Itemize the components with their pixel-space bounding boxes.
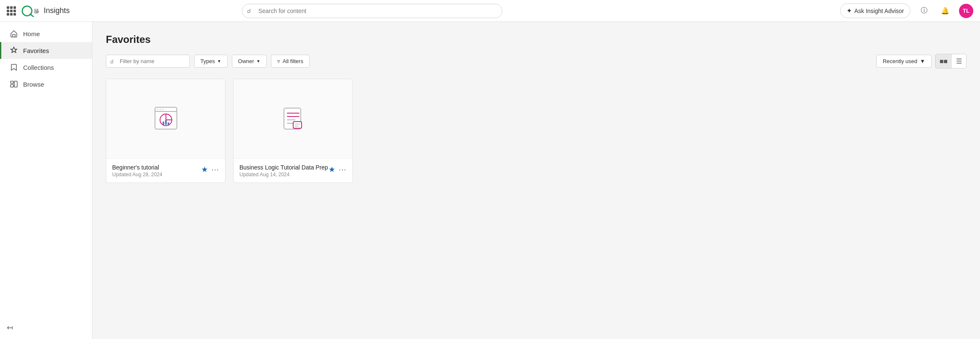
toolbar-right: Recently used ▼ ■■ ☰	[876, 54, 967, 69]
list-view-button[interactable]: ☰	[952, 54, 966, 68]
svg-rect-9	[163, 122, 164, 125]
svg-line-1	[30, 14, 34, 17]
topnav-right: ✦ Ask Insight Advisor ⓘ 🔔 TL	[840, 3, 973, 18]
svg-point-14	[162, 109, 164, 110]
sidebar-item-collections[interactable]: Collections	[0, 59, 92, 76]
sort-label: Recently used	[883, 58, 917, 64]
svg-text:lik: lik	[34, 8, 39, 14]
sidebar-item-favorites[interactable]: Favorites	[0, 42, 92, 59]
sort-button[interactable]: Recently used ▼	[876, 55, 931, 68]
svg-rect-11	[168, 122, 169, 125]
owner-chevron-icon: ▼	[256, 59, 260, 64]
card-title-1: Beginner's tutorial	[112, 164, 162, 171]
insight-advisor-label: Ask Insight Advisor	[854, 8, 904, 14]
bookmark-icon	[10, 63, 18, 72]
card-actions-1: ★ ⋯	[201, 165, 219, 174]
home-icon	[10, 29, 18, 38]
cards-grid: Beginner's tutorial Updated Aug 28, 2024…	[106, 79, 967, 183]
all-filters-label: All filters	[283, 58, 303, 64]
card-business-logic[interactable]: Business Logic Tutorial Data Prep Update…	[233, 79, 353, 183]
sparkle-icon: ✦	[846, 7, 852, 15]
page-title: Favorites	[106, 34, 967, 45]
sidebar-collapse-button[interactable]: ↤	[7, 323, 13, 332]
svg-rect-3	[11, 81, 13, 83]
card-date-1: Updated Aug 28, 2024	[112, 172, 162, 177]
search-input[interactable]	[242, 4, 502, 18]
types-filter-button[interactable]: Types ▼	[194, 55, 228, 68]
sidebar-favorites-label: Favorites	[23, 47, 49, 54]
notifications-button[interactable]: 🔔	[938, 4, 952, 18]
card-info-2: Business Logic Tutorial Data Prep Update…	[234, 159, 352, 183]
topnav-left: lik Insights	[7, 5, 70, 17]
browse-icon	[10, 80, 18, 88]
list-view-icon: ☰	[956, 57, 962, 65]
search-icon: ☌	[247, 8, 251, 14]
sidebar: Home Favorites Collections	[0, 22, 92, 339]
help-button[interactable]: ⓘ	[917, 4, 931, 18]
grid-view-button[interactable]: ■■	[935, 54, 952, 68]
owner-filter-button[interactable]: Owner ▼	[232, 55, 267, 68]
sort-chevron-icon: ▼	[920, 58, 925, 64]
sidebar-collections-label: Collections	[23, 64, 54, 71]
card-info-1: Beginner's tutorial Updated Aug 28, 2024…	[106, 159, 225, 183]
bell-icon: 🔔	[941, 7, 949, 15]
card-text-2: Business Logic Tutorial Data Prep Update…	[239, 164, 328, 177]
filter-search-icon: ☌	[110, 58, 114, 64]
question-circle-icon: ⓘ	[921, 6, 927, 15]
favorite-star-2[interactable]: ★	[328, 165, 335, 174]
avatar-initials: TL	[963, 8, 969, 14]
top-navigation: lik Insights ☌ ✦ Ask Insight Advisor ⓘ 🔔…	[0, 0, 980, 22]
filter-funnel-icon: ▿	[277, 58, 280, 64]
card-thumbnail-1	[106, 79, 225, 159]
sidebar-browse-label: Browse	[23, 81, 44, 88]
user-avatar[interactable]: TL	[959, 4, 973, 18]
favorite-star-1[interactable]: ★	[201, 165, 208, 174]
grid-view-icon: ■■	[940, 58, 948, 65]
svg-point-12	[157, 109, 159, 110]
types-chevron-icon: ▼	[217, 59, 221, 64]
svg-rect-4	[11, 85, 13, 87]
app-title: Insights	[44, 6, 70, 15]
all-filters-button[interactable]: ▿ All filters	[271, 55, 310, 68]
qlik-logo[interactable]: lik	[21, 5, 39, 17]
ask-insight-advisor-button[interactable]: ✦ Ask Insight Advisor	[840, 3, 910, 18]
owner-label: Owner	[238, 58, 254, 64]
card-text-1: Beginner's tutorial Updated Aug 28, 2024	[112, 164, 162, 177]
svg-rect-16	[293, 122, 302, 128]
view-toggle: ■■ ☰	[935, 54, 967, 69]
search-bar: ☌	[242, 4, 502, 18]
collapse-icon: ↤	[7, 323, 13, 332]
card-title-2: Business Logic Tutorial Data Prep	[239, 164, 328, 171]
sidebar-item-browse[interactable]: Browse	[0, 76, 92, 93]
svg-rect-5	[14, 81, 17, 87]
sidebar-item-home[interactable]: Home	[0, 25, 92, 42]
main-content: Favorites ☌ Types ▼ Owner ▼ ▿ All filter…	[92, 22, 980, 339]
filter-input-wrap: ☌	[106, 55, 190, 68]
card-thumbnail-2	[234, 79, 352, 159]
sidebar-home-label: Home	[23, 30, 40, 37]
svg-point-13	[160, 109, 161, 110]
toolbar: ☌ Types ▼ Owner ▼ ▿ All filters Recently…	[106, 54, 967, 69]
main-layout: Home Favorites Collections	[0, 22, 980, 339]
apps-grid-icon[interactable]	[7, 6, 16, 16]
card-date-2: Updated Aug 14, 2024	[239, 172, 328, 177]
card-beginners-tutorial[interactable]: Beginner's tutorial Updated Aug 28, 2024…	[106, 79, 226, 183]
types-label: Types	[200, 58, 215, 64]
star-icon	[10, 46, 18, 55]
more-options-1[interactable]: ⋯	[211, 165, 219, 174]
filter-by-name-input[interactable]	[106, 55, 190, 68]
card-actions-2: ★ ⋯	[328, 165, 347, 174]
more-options-2[interactable]: ⋯	[339, 165, 347, 174]
svg-rect-10	[165, 120, 167, 125]
